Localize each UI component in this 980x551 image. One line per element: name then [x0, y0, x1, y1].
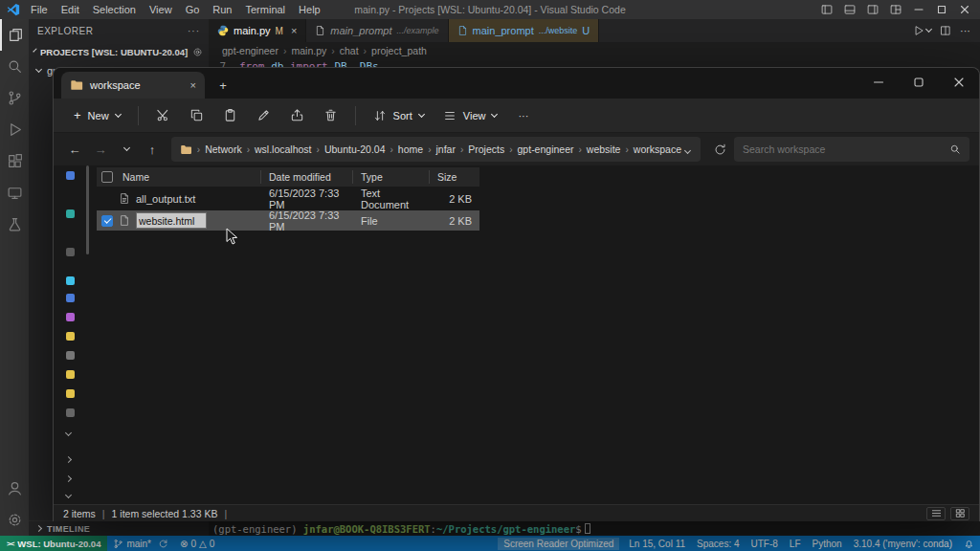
address-segment[interactable]: wsl.localhost [251, 143, 316, 155]
explorer-icon[interactable] [0, 19, 29, 51]
breadcrumb-item[interactable]: gpt-engineer [222, 45, 278, 56]
address-segment[interactable]: website [583, 143, 625, 155]
notifications-bell-icon[interactable] [958, 539, 980, 549]
indentation-setting[interactable]: Spaces: 4 [691, 539, 745, 549]
testing-beaker-icon[interactable] [0, 209, 29, 240]
breadcrumb-item[interactable]: chat [340, 45, 359, 56]
address-dropdown-icon[interactable] [685, 143, 692, 155]
menu-selection[interactable]: Selection [86, 4, 143, 15]
back-button[interactable]: ← [63, 138, 86, 161]
tree-collapse-icon[interactable] [65, 456, 72, 463]
cut-button[interactable] [147, 102, 179, 129]
editor-more-icon[interactable]: ··· [960, 25, 970, 36]
pinned-item-icon[interactable] [66, 276, 75, 285]
recent-locations-button[interactable] [115, 138, 138, 161]
tab-main-prompt-website[interactable]: main_prompt .../website U [449, 19, 600, 42]
pinned-item-icon[interactable] [66, 248, 75, 256]
select-all-checkbox[interactable] [101, 171, 113, 183]
breadcrumb-item[interactable]: main.py [291, 45, 326, 56]
terminal-panel[interactable]: (gpt-engineer) jnfar@BOOK-Q8IBS3FERT : ~… [209, 520, 980, 536]
extensions-icon[interactable] [0, 145, 29, 177]
toggle-panel-bottom-icon[interactable] [838, 0, 861, 19]
up-button[interactable]: ↑ [141, 138, 164, 161]
timeline-section-header[interactable]: TIMELINE [29, 520, 209, 536]
column-header-type[interactable]: Type [353, 170, 430, 184]
search-input[interactable] [743, 143, 944, 155]
customize-layout-icon[interactable] [884, 0, 907, 19]
share-button[interactable] [281, 102, 313, 129]
account-icon[interactable] [0, 473, 29, 504]
split-editor-icon[interactable] [940, 25, 951, 36]
menu-terminal[interactable]: Terminal [239, 4, 293, 15]
toggle-panel-right-icon[interactable] [861, 0, 884, 19]
nav-pane-scrollbar[interactable] [86, 165, 89, 254]
address-breadcrumb-box[interactable]: › Network › wsl.localhost › Ubuntu-20.04… [171, 137, 701, 162]
minimize-button[interactable] [907, 0, 930, 19]
address-segment[interactable]: workspace [630, 143, 685, 155]
pinned-item-icon[interactable] [66, 370, 75, 379]
search-icon[interactable] [0, 51, 29, 82]
encoding-setting[interactable]: UTF-8 [746, 539, 784, 549]
cursor-position[interactable]: Ln 15, Col 11 [623, 539, 691, 549]
minimize-button[interactable] [858, 68, 899, 97]
screen-reader-indicator[interactable]: Screen Reader Optimized [498, 538, 619, 550]
new-button[interactable]: + New [65, 103, 129, 127]
large-icons-view-button[interactable] [950, 507, 969, 520]
menu-file[interactable]: File [24, 4, 55, 15]
menu-run[interactable]: Run [206, 4, 238, 15]
details-view-button[interactable] [926, 507, 946, 520]
toggle-panel-left-icon[interactable] [815, 0, 838, 19]
file-row-website-selected[interactable]: 6/15/2023 7:33 PM File 2 KB [97, 210, 479, 231]
projects-section-header[interactable]: PROJECTS [WSL: UBUNTU-20.04] [29, 42, 209, 61]
tab-close-icon[interactable]: × [190, 79, 196, 91]
row-checkbox-checked[interactable] [101, 215, 113, 227]
address-segment[interactable]: Network [201, 143, 246, 155]
menu-view[interactable]: View [143, 4, 179, 15]
paste-button[interactable] [214, 102, 246, 129]
section-gear-icon[interactable] [192, 47, 203, 57]
forward-button[interactable]: → [89, 138, 112, 161]
address-segment[interactable]: jnfar [432, 143, 458, 155]
run-python-file-icon[interactable] [913, 25, 931, 36]
address-segment[interactable]: home [394, 143, 427, 155]
remote-indicator[interactable]: >< WSL: Ubuntu-20.04 [0, 536, 107, 551]
manage-gear-icon[interactable] [0, 504, 29, 536]
rename-button[interactable] [248, 102, 279, 129]
problems-indicator[interactable]: ⊗ 0 △ 0 [174, 539, 220, 549]
remote-explorer-icon[interactable] [0, 177, 29, 209]
see-more-button[interactable]: ··· [507, 102, 539, 129]
language-mode[interactable]: Python [807, 539, 848, 549]
menu-go[interactable]: Go [179, 4, 207, 15]
pinned-item-icon[interactable] [66, 408, 75, 417]
menu-edit[interactable]: Edit [55, 4, 86, 15]
git-branch-indicator[interactable]: main* [107, 539, 174, 549]
pinned-item-icon[interactable] [66, 351, 75, 360]
maximize-button[interactable] [899, 68, 939, 97]
tab-main-py[interactable]: main.py M × [209, 19, 306, 42]
sort-button[interactable]: Sort [365, 104, 433, 127]
column-header-name[interactable]: Name [97, 170, 261, 184]
pinned-item-icon[interactable] [66, 313, 75, 321]
close-button[interactable] [953, 0, 976, 19]
rename-input[interactable] [136, 212, 207, 229]
address-segment[interactable]: gpt-engineer [514, 143, 578, 155]
view-button[interactable]: View [434, 104, 506, 127]
tree-collapse-icon[interactable] [65, 475, 72, 482]
maximize-button[interactable] [930, 0, 953, 19]
address-segment[interactable]: Ubuntu-20.04 [321, 143, 390, 155]
pinned-item-icon[interactable] [66, 389, 75, 398]
tree-expand-icon[interactable] [65, 430, 72, 436]
python-interpreter[interactable]: 3.10.4 ('myenv': conda) [848, 539, 958, 549]
tree-expand-icon[interactable] [65, 492, 72, 498]
menu-help[interactable]: Help [292, 4, 327, 15]
address-segment[interactable]: Projects [464, 143, 508, 155]
delete-button[interactable] [315, 102, 346, 129]
column-header-size[interactable]: Size [430, 170, 479, 184]
run-debug-icon[interactable] [0, 114, 29, 145]
column-header-date-modified[interactable]: Date modified [261, 170, 353, 184]
pinned-item-icon[interactable] [66, 294, 75, 302]
pinned-item-icon[interactable] [66, 171, 75, 180]
breadcrumb-item[interactable]: project_path [371, 45, 427, 56]
tab-close-icon[interactable]: × [291, 25, 297, 36]
source-control-icon[interactable] [0, 82, 29, 114]
